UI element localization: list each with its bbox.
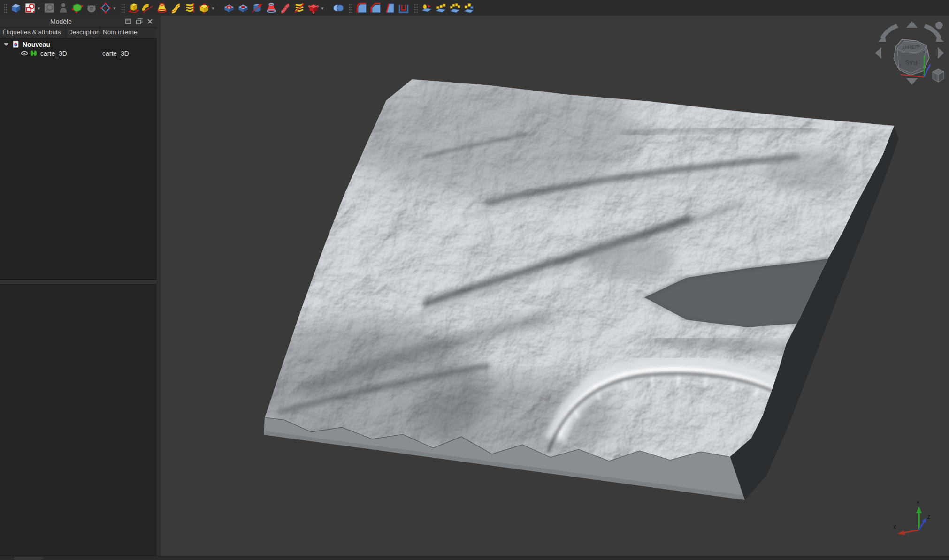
create-clone-icon	[85, 2, 98, 14]
navcube-arrow-up[interactable]	[906, 21, 918, 28]
hole-icon	[237, 2, 249, 14]
subtractive-primitive-button[interactable]	[306, 1, 321, 15]
column-header-internal-name[interactable]: Nom interne	[100, 27, 157, 38]
multitransform-icon	[463, 2, 475, 14]
y-axis-arrow	[916, 507, 922, 513]
terrain-model-carte3d[interactable]	[161, 16, 949, 556]
column-header-labels[interactable]: Étiquettes & attributs	[0, 27, 66, 38]
chamfer-icon	[369, 2, 382, 14]
chamfer-button[interactable]	[368, 1, 383, 15]
panel-title: Modèle	[0, 18, 122, 25]
create-sketch-button[interactable]	[23, 1, 37, 15]
dropdown-arrow-icon[interactable]: ▾	[38, 5, 42, 11]
dropdown-arrow-icon[interactable]: ▾	[321, 5, 326, 11]
create-datum-icon	[99, 2, 112, 14]
additive-helix-button[interactable]	[183, 1, 197, 15]
additive-loft-button[interactable]	[155, 1, 169, 15]
map-icon	[30, 49, 38, 57]
document-icon	[12, 40, 20, 48]
additive-pipe-icon	[170, 2, 182, 14]
polar-pattern-icon	[449, 2, 461, 14]
subtractive-loft-icon	[265, 2, 277, 14]
expand-arrow-icon[interactable]	[4, 43, 8, 46]
additive-helix-icon	[184, 2, 196, 14]
groove-icon	[251, 2, 263, 14]
pocket-button[interactable]	[222, 1, 236, 15]
fillet-icon	[355, 2, 367, 14]
status-bar-widget	[14, 557, 43, 560]
subtractive-helix-button[interactable]	[292, 1, 306, 15]
dropdown-arrow-icon[interactable]: ▾	[212, 5, 216, 11]
navcube-arrow-down[interactable]	[906, 78, 918, 85]
carte3d-internal-name: carte_3D	[102, 50, 129, 57]
carte3d-label[interactable]: carte_3D	[40, 50, 67, 57]
model-panel: Modèle Étiquettes & attributs Descriptio…	[0, 16, 157, 556]
navcube-menu-dot[interactable]	[935, 22, 943, 29]
multitransform-button[interactable]	[462, 1, 476, 15]
create-datum-button[interactable]	[99, 1, 113, 15]
create-clone-button	[84, 1, 99, 15]
additive-pipe-button[interactable]	[169, 1, 183, 15]
create-body-icon	[10, 2, 22, 14]
subtractive-loft-button[interactable]	[264, 1, 278, 15]
thickness-icon	[398, 2, 410, 14]
tree-column-headers: Étiquettes & attributs Description Nom i…	[0, 27, 157, 38]
edit-sketch-button	[42, 1, 56, 15]
navcube-arrow-left[interactable]	[875, 47, 881, 59]
property-panel-empty	[0, 285, 157, 556]
3d-viewport[interactable]: ARRIÈRE BAS Y X Z	[161, 16, 949, 556]
y-axis-label: Y	[917, 501, 920, 506]
mannequin-icon	[57, 2, 69, 14]
pad-button[interactable]	[127, 1, 141, 15]
additive-loft-icon	[156, 2, 168, 14]
draft-icon	[383, 2, 396, 14]
revolution-button[interactable]	[141, 1, 155, 15]
create-body-button[interactable]	[9, 1, 23, 15]
navcube-arrow-right[interactable]	[938, 47, 944, 59]
fillet-button[interactable]	[354, 1, 368, 15]
additive-primitive-button[interactable]	[197, 1, 211, 15]
document-label[interactable]: Nouveau	[23, 41, 50, 48]
x-axis-label: X	[893, 525, 896, 530]
thickness-button[interactable]	[397, 1, 411, 15]
panel-splitter[interactable]	[0, 280, 157, 285]
mirrored-button[interactable]	[420, 1, 434, 15]
panel-viewport-splitter[interactable]	[157, 16, 161, 556]
tree-row-document[interactable]: Nouveau	[0, 40, 157, 49]
mirrored-icon	[421, 2, 433, 14]
navcube-mini-cube[interactable]	[933, 69, 944, 82]
mannequin-button	[56, 1, 70, 15]
subtractive-pipe-button[interactable]	[278, 1, 292, 15]
create-shapebinder-icon	[71, 2, 84, 14]
edit-sketch-icon	[43, 2, 55, 14]
draft-button[interactable]	[383, 1, 397, 15]
toolbar-drag-handle[interactable]	[3, 3, 7, 13]
tree-row-carte3d[interactable]: carte_3D carte_3D	[0, 49, 157, 58]
column-header-description[interactable]: Description	[66, 27, 100, 38]
axis-indicator: Y X Z	[887, 501, 939, 537]
navigation-cube[interactable]: ARRIÈRE BAS	[870, 17, 945, 88]
float-panel-button[interactable]	[135, 17, 143, 25]
linear-pattern-button[interactable]	[434, 1, 448, 15]
x-axis-arrow	[897, 530, 905, 535]
polar-pattern-button[interactable]	[448, 1, 462, 15]
toolbar-drag-handle[interactable]	[413, 3, 418, 13]
boolean-operation-icon	[332, 2, 344, 14]
linear-pattern-icon	[435, 2, 447, 14]
dock-panel-button[interactable]	[124, 17, 132, 25]
toolbar-drag-handle[interactable]	[121, 3, 125, 13]
dropdown-arrow-icon[interactable]: ▾	[113, 5, 118, 11]
create-shapebinder-button[interactable]	[70, 1, 84, 15]
hole-button[interactable]	[236, 1, 250, 15]
z-axis-label: Z	[927, 515, 930, 520]
boolean-operation-button[interactable]	[331, 1, 345, 15]
close-panel-button[interactable]	[146, 17, 154, 25]
revolution-icon	[142, 2, 154, 14]
eye-icon[interactable]	[21, 49, 28, 57]
additive-primitive-icon	[198, 2, 210, 14]
create-sketch-icon	[24, 2, 36, 14]
toolbar-drag-handle[interactable]	[348, 3, 352, 13]
model-panel-titlebar[interactable]: Modèle	[0, 16, 157, 27]
groove-button[interactable]	[250, 1, 264, 15]
toolbar: ▾▾▾▾	[0, 0, 949, 16]
